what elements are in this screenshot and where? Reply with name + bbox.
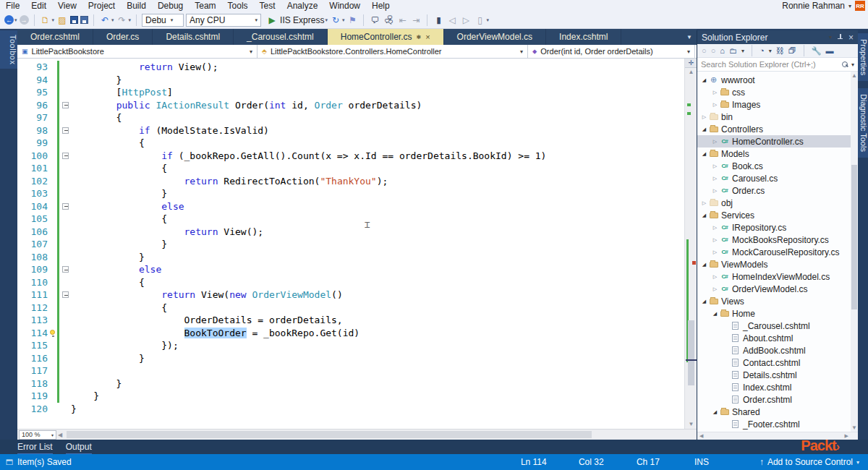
window-position-icon[interactable]: ▾ [829, 34, 832, 40]
code-line[interactable]: 117 [17, 364, 684, 377]
save-icon[interactable] [70, 16, 78, 24]
line-number[interactable]: 106 [17, 226, 49, 239]
tree-item[interactable]: ▷C#Book.cs [697, 160, 858, 172]
code-line[interactable]: 120} [17, 403, 684, 416]
code-line[interactable]: 94 } [17, 74, 684, 87]
tree-item[interactable]: ◢Views [697, 295, 858, 307]
tree-item[interactable]: ▷C#HomeIndexViewModel.cs [697, 270, 858, 283]
collapse-icon[interactable]: ◢ [700, 213, 708, 218]
collapse-icon[interactable]: ◢ [711, 409, 719, 415]
refresh-dropdown-icon[interactable]: ▾ [342, 17, 345, 23]
tree-item[interactable]: _Footer.cshtml [697, 418, 858, 430]
lightbulb-icon[interactable] [50, 330, 55, 335]
line-number[interactable]: 100 [17, 150, 49, 163]
code-line[interactable]: 108 } [17, 251, 684, 264]
tree-vertical-scrollbar[interactable]: ▲ ▼ [851, 72, 858, 432]
editor-tab[interactable]: _Carousel.cshtml [234, 29, 328, 45]
line-number[interactable]: 98 [17, 124, 49, 137]
tree-item[interactable]: About.cshtml [697, 332, 858, 344]
editor-tab[interactable]: OrderViewModel.cs [444, 29, 546, 45]
platform-combo[interactable]: Any CPU ▾ [186, 14, 261, 27]
expand-icon[interactable]: ▷ [711, 237, 719, 243]
expand-icon[interactable]: ▷ [711, 249, 719, 255]
code-text[interactable]: } [71, 74, 122, 87]
code-line[interactable]: 110 { [17, 276, 684, 289]
search-input[interactable]: Search Solution Explorer (Ctrl+;) [701, 60, 842, 69]
breadcrumb-dropdown[interactable]: ▣LittlePacktBookstore▾ [17, 45, 258, 58]
code-text[interactable]: BookToOrder = _bookRepo.Get(id) [71, 327, 359, 340]
line-number[interactable]: 105 [17, 213, 49, 226]
new-item-icon[interactable]: 🗋 [40, 14, 51, 26]
code-text[interactable]: return View(); [71, 61, 218, 74]
code-line[interactable]: 103 } [17, 187, 684, 200]
code-text[interactable]: return View(new OrderViewModel() [71, 289, 343, 302]
code-text[interactable]: } [71, 403, 77, 416]
collapse-icon[interactable]: ◢ [700, 127, 708, 132]
code-line[interactable]: 118 } [17, 377, 684, 390]
code-text[interactable]: { [71, 302, 167, 315]
solution-explorer-titlebar[interactable]: Solution Explorer ▾ × [697, 30, 858, 44]
output-tab[interactable]: Output [66, 442, 92, 453]
collapse-region-icon[interactable] [62, 102, 69, 108]
indent-decrease-icon[interactable]: ⇤ [396, 14, 408, 26]
expand-icon[interactable]: ▷ [711, 139, 719, 145]
code-text[interactable]: if (ModelState.IsValid) [71, 124, 269, 137]
code-text[interactable]: } [71, 251, 145, 264]
expand-icon[interactable]: ▷ [700, 200, 708, 206]
rail-tab-diagnostic-tools[interactable]: Diagnostic Tools [858, 88, 868, 158]
line-number[interactable]: 107 [17, 238, 49, 251]
code-line[interactable]: 112 { [17, 302, 684, 315]
code-text[interactable]: { [71, 213, 167, 226]
solution-search[interactable]: Search Solution Explorer (Ctrl+;) ▾ [697, 58, 858, 72]
debug-config-combo[interactable]: Debu ▾ [142, 14, 184, 27]
code-text[interactable]: { [71, 162, 167, 175]
add-to-source-control-button[interactable]: ↑ Add to Source Control ▾ [760, 457, 868, 467]
expand-icon[interactable]: ▷ [711, 90, 719, 95]
scroll-left-icon[interactable]: ◀ [58, 432, 62, 438]
code-line[interactable]: 113 OrderDetails = orderDetails, [17, 314, 684, 327]
bookmark-next-icon[interactable]: ▷ [460, 14, 472, 26]
expand-icon[interactable]: ▷ [711, 188, 719, 194]
code-text[interactable]: { [71, 111, 122, 124]
navigate-forward-icon[interactable]: → [20, 15, 29, 25]
attach-icon[interactable]: ⚑ [346, 14, 358, 26]
scroll-up-icon[interactable]: ▲ [685, 69, 697, 75]
line-number[interactable]: 118 [17, 377, 49, 390]
code-line[interactable]: 116 } [17, 352, 684, 365]
run-target-label[interactable]: IIS Express [280, 15, 324, 25]
chevron-down-icon[interactable]: ▾ [851, 61, 854, 68]
navigate-back-dropdown-icon[interactable]: ▾ [14, 17, 17, 23]
editor-vertical-scrollbar[interactable]: ✛ ▲ ▼ [684, 59, 697, 429]
undo-dropdown-icon[interactable]: ▾ [111, 17, 114, 23]
line-number[interactable]: 104 [17, 200, 49, 213]
tree-item[interactable]: ▷C#MockCarouselRepository.cs [697, 246, 858, 258]
tree-item[interactable]: Details.cshtml [697, 369, 858, 381]
code-text[interactable]: } [71, 187, 167, 200]
code-text[interactable]: } [71, 390, 99, 403]
breadcrumb-dropdown[interactable]: ⬘LittlePacktBookstore.Controllers.HomeCo… [258, 45, 528, 58]
collapse-region-icon[interactable] [62, 153, 69, 159]
expand-icon[interactable]: ▷ [711, 225, 719, 231]
menu-test[interactable]: Test [254, 0, 281, 12]
line-number[interactable]: 109 [17, 263, 49, 276]
line-number[interactable]: 108 [17, 251, 49, 264]
code-text[interactable]: } [71, 377, 122, 390]
tree-item[interactable]: Order.cshtml [697, 393, 858, 406]
close-icon[interactable]: × [848, 33, 854, 43]
forward-icon[interactable]: ○ [711, 46, 716, 55]
code-line[interactable]: 93 return View(); [17, 61, 684, 74]
expand-icon[interactable]: ▷ [700, 114, 708, 120]
tree-item[interactable]: ▷bin [697, 111, 858, 123]
code-text[interactable]: else [71, 200, 184, 213]
pending-changes-filter-icon[interactable]: ◔ [760, 46, 765, 55]
code-text[interactable]: } [71, 238, 167, 251]
line-number[interactable]: 112 [17, 302, 49, 315]
error-list-tab[interactable]: Error List [17, 442, 53, 453]
code-line[interactable]: 101 { [17, 162, 684, 175]
close-icon[interactable]: × [425, 33, 430, 41]
code-text[interactable]: [HttpPost] [71, 86, 173, 99]
line-number[interactable]: 103 [17, 187, 49, 200]
line-number[interactable]: 110 [17, 276, 49, 289]
code-text[interactable]: { [71, 276, 145, 289]
code-line[interactable]: 96 public IActionResult Order(int id, Or… [17, 99, 684, 112]
